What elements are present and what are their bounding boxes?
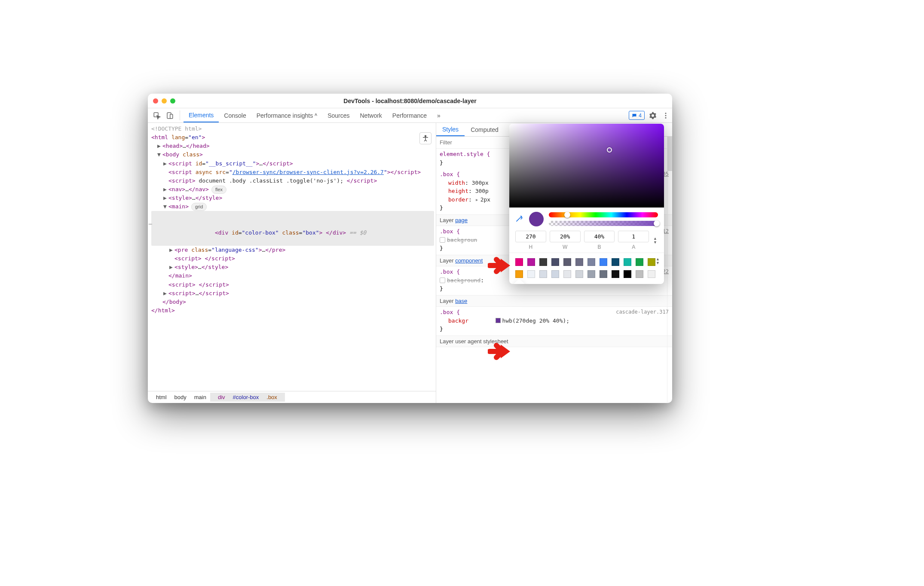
annotation-arrow-icon: [488, 342, 511, 361]
palette-swatch[interactable]: [551, 270, 559, 278]
script-src-link[interactable]: /browser-sync/browser-sync-client.js?v=2…: [233, 169, 384, 175]
svg-point-4: [665, 115, 667, 116]
current-color-swatch: [529, 212, 544, 226]
titlebar: DevTools - localhost:8080/demo/cascade-l…: [148, 94, 672, 108]
devtools-window: DevTools - localhost:8080/demo/cascade-l…: [148, 94, 672, 403]
palette-swatch[interactable]: [612, 258, 619, 266]
svg-point-6: [425, 135, 426, 137]
palette-swatch[interactable]: [563, 270, 571, 278]
dom-doctype: <!DOCTYPE html>: [151, 125, 434, 133]
palette-swatch[interactable]: [648, 258, 655, 266]
tab-elements[interactable]: Elements: [184, 108, 219, 122]
tab-network[interactable]: Network: [355, 108, 387, 122]
collapse-icon[interactable]: ▼: [163, 202, 168, 211]
black-input[interactable]: [584, 231, 615, 242]
expand-icon[interactable]: ▶: [163, 185, 168, 194]
palette-swatch[interactable]: [636, 270, 643, 278]
property-checkbox[interactable]: [440, 278, 445, 283]
tab-perf-insights[interactable]: Performance insights ᴬ: [251, 108, 322, 122]
palette-swatch[interactable]: [563, 258, 571, 266]
layer-link[interactable]: page: [455, 217, 468, 223]
palette: ▲▼: [509, 253, 664, 284]
svg-point-5: [665, 117, 667, 118]
slider-thumb-icon[interactable]: [654, 220, 660, 226]
collapse-icon[interactable]: ▼: [157, 150, 162, 159]
breadcrumb-item[interactable]: html: [152, 393, 171, 402]
sv-canvas[interactable]: [509, 124, 664, 208]
expand-icon[interactable]: ▶: [163, 289, 168, 298]
tab-computed[interactable]: Computed: [465, 123, 505, 136]
tab-styles[interactable]: Styles: [436, 123, 465, 136]
alpha-slider[interactable]: [549, 221, 658, 226]
expand-icon[interactable]: ▶: [169, 246, 174, 254]
palette-swatch[interactable]: [587, 270, 595, 278]
tab-console[interactable]: Console: [219, 108, 251, 122]
palette-stepper[interactable]: ▲▼: [655, 257, 661, 265]
expand-icon[interactable]: ▶: [163, 194, 168, 202]
layout-pill[interactable]: flex: [211, 186, 226, 194]
alpha-input[interactable]: [618, 231, 649, 242]
white-input[interactable]: [550, 231, 581, 242]
palette-swatch[interactable]: [539, 270, 547, 278]
dom-tree[interactable]: <!DOCTYPE html> <html lang="en"> ▶<head>…: [148, 123, 436, 391]
breadcrumbs[interactable]: html body main div#color-box.box: [148, 391, 436, 403]
kebab-icon[interactable]: [659, 108, 672, 122]
messages-count: 4: [639, 113, 642, 119]
palette-swatch[interactable]: [636, 258, 643, 266]
palette-swatch[interactable]: [575, 258, 583, 266]
layer-ua-heading: Layer user agent stylesheet: [436, 336, 672, 348]
device-toggle-icon[interactable]: [163, 108, 176, 122]
window-controls[interactable]: [153, 98, 175, 104]
palette-swatch[interactable]: [575, 270, 583, 278]
inspect-icon[interactable]: [150, 108, 163, 122]
layout-pill[interactable]: grid: [191, 203, 207, 211]
settings-icon[interactable]: [646, 108, 659, 122]
format-stepper[interactable]: ▲▼: [652, 237, 658, 244]
svg-rect-2: [170, 114, 173, 119]
palette-swatch[interactable]: [624, 270, 631, 278]
layer-link[interactable]: component: [455, 257, 483, 264]
sv-cursor-icon[interactable]: [607, 147, 612, 153]
annotation-arrow-icon: [488, 256, 511, 275]
palette-swatch[interactable]: [648, 270, 655, 278]
tab-sources[interactable]: Sources: [322, 108, 355, 122]
minimize-icon[interactable]: [162, 98, 167, 104]
palette-swatch[interactable]: [600, 258, 607, 266]
accessibility-icon[interactable]: [419, 132, 431, 144]
palette-swatch[interactable]: [551, 258, 559, 266]
main-toolbar: Elements Console Performance insights ᴬ …: [148, 108, 672, 123]
color-picker: H W B A ▲▼ ▲▼: [509, 124, 664, 284]
palette-swatch[interactable]: [587, 258, 595, 266]
palette-swatch[interactable]: [527, 258, 535, 266]
expand-icon[interactable]: ▶: [157, 142, 162, 150]
expand-icon[interactable]: ▶: [169, 263, 174, 272]
palette-swatch[interactable]: [624, 258, 631, 266]
messages-badge[interactable]: 4: [629, 111, 645, 120]
tab-performance[interactable]: Performance: [387, 108, 432, 122]
breadcrumb-selected[interactable]: div#color-box.box: [210, 393, 285, 402]
expand-icon[interactable]: ▶: [163, 159, 168, 168]
hue-input[interactable]: [515, 231, 546, 242]
palette-swatch[interactable]: [527, 270, 535, 278]
maximize-icon[interactable]: [170, 98, 175, 104]
tabs-overflow-icon[interactable]: »: [432, 108, 446, 122]
palette-swatch[interactable]: [539, 258, 547, 266]
color-swatch[interactable]: [496, 318, 501, 323]
overflow-icon[interactable]: ⋯: [149, 220, 152, 229]
palette-swatch[interactable]: [515, 258, 523, 266]
source-link[interactable]: cascade-layer.317: [616, 308, 669, 316]
hue-slider[interactable]: [549, 212, 658, 217]
layer-link[interactable]: base: [455, 298, 467, 304]
svg-point-3: [665, 113, 667, 114]
window-title: DevTools - localhost:8080/demo/cascade-l…: [148, 98, 672, 104]
property-checkbox[interactable]: [440, 237, 445, 243]
close-icon[interactable]: [153, 98, 158, 104]
slider-thumb-icon[interactable]: [564, 212, 570, 218]
breadcrumb-item[interactable]: main: [190, 393, 210, 402]
palette-swatch[interactable]: [612, 270, 619, 278]
breadcrumb-item[interactable]: body: [171, 393, 190, 402]
eyedropper-icon[interactable]: [515, 214, 524, 224]
palette-swatch[interactable]: [515, 270, 523, 278]
palette-swatch[interactable]: [600, 270, 607, 278]
